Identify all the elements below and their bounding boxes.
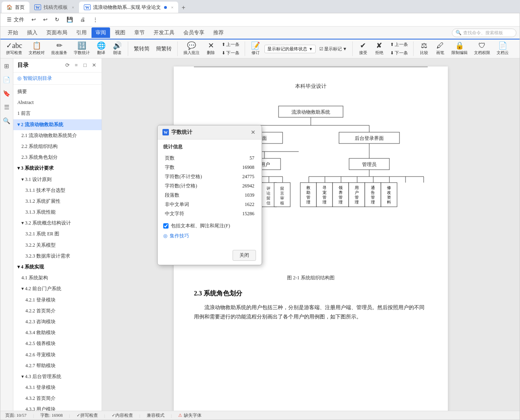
- dialog-overlay: W 字数统计 ✕ 统计信息 页数 57 字数 16908 字符数(不计空格) 2…: [0, 0, 520, 420]
- stat-label-cn-chars: 中文字符: [163, 209, 231, 218]
- table-row: 段落数 1039: [163, 191, 256, 200]
- dialog-stats-table: 页数 57 字数 16908 字符数(不计空格) 24775 字符数(计空格) …: [163, 154, 256, 218]
- stat-value-words: 16908: [231, 163, 256, 172]
- stat-value-cn-chars: 15286: [231, 209, 256, 218]
- table-row: 字符数(不计空格) 24775: [163, 172, 256, 181]
- stat-label-chars-no-space: 字符数(不计空格): [163, 172, 231, 181]
- dialog-link-label: 集作技巧: [170, 233, 189, 239]
- dialog-section-label: 统计信息: [163, 143, 256, 150]
- stat-value-chars-space: 26942: [231, 181, 256, 191]
- dialog-close-btn[interactable]: ✕: [250, 129, 257, 136]
- dialog-checkbox-row[interactable]: 包括文本框、脚注和尾注(F): [163, 222, 256, 229]
- wordcount-dialog: W 字数统计 ✕ 统计信息 页数 57 字数 16908 字符数(不计空格) 2…: [157, 125, 262, 265]
- table-row: 中文字符 15286: [163, 209, 256, 218]
- stat-value-chars-no-space: 24775: [231, 172, 256, 181]
- table-row: 页数 57: [163, 154, 256, 163]
- stat-value-non-cn-words: 1622: [231, 200, 256, 209]
- include-footnotes-checkbox[interactable]: [163, 223, 168, 229]
- table-row: 字符数(计空格) 26942: [163, 181, 256, 191]
- stat-label-pages: 页数: [163, 154, 231, 163]
- dialog-link-row[interactable]: ◎ 集作技巧: [163, 233, 256, 239]
- include-footnotes-label: 包括文本框、脚注和尾注(F): [171, 222, 230, 229]
- stat-label-chars-space: 字符数(计空格): [163, 181, 231, 191]
- dialog-footer: 关闭: [158, 247, 262, 265]
- stat-label-para: 段落数: [163, 191, 231, 200]
- dialog-title-bar: W 字数统计 ✕: [158, 125, 262, 139]
- stat-value-pages: 57: [231, 154, 256, 163]
- table-row: 字数 16908: [163, 163, 256, 172]
- stat-value-para: 1039: [231, 191, 256, 200]
- stat-label-non-cn-words: 非中文单词: [163, 200, 231, 209]
- dialog-title-icon: W: [162, 129, 169, 135]
- dialog-title: 字数统计: [171, 129, 250, 136]
- stat-label-words: 字数: [163, 163, 231, 172]
- link-icon: ◎: [163, 233, 167, 239]
- dialog-close-button[interactable]: 关闭: [233, 250, 256, 261]
- table-row: 非中文单词 1622: [163, 200, 256, 209]
- dialog-body: 统计信息 页数 57 字数 16908 字符数(不计空格) 24775 字符数(…: [158, 139, 262, 247]
